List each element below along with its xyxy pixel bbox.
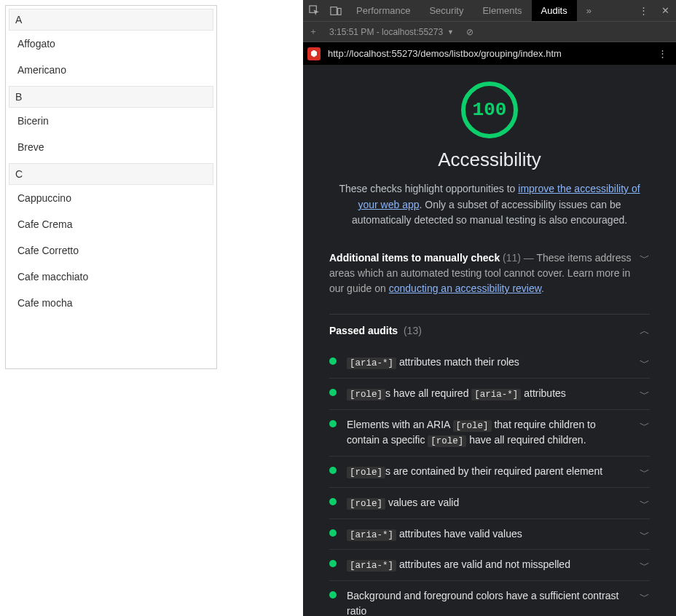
audit-row[interactable]: [aria-*] attributes have valid values﹀ [329, 519, 650, 550]
passed-audits-count-value: (13) [404, 325, 422, 336]
dropdown-icon: ▼ [447, 28, 454, 36]
audit-text: [role] values are valid [347, 495, 629, 511]
list-item[interactable]: Cafe Corretto [9, 237, 213, 264]
audit-report: 100 Accessibility These checks highlight… [303, 66, 676, 616]
audit-text: [aria-*] attributes match their roles [347, 355, 629, 371]
tab-audits[interactable]: Audits [532, 0, 577, 21]
list-item[interactable]: Americano [9, 57, 213, 83]
svg-rect-1 [331, 7, 337, 15]
devtools-tabbar: PerformanceSecurityElementsAudits » ⋮ ✕ [303, 0, 676, 22]
list-item[interactable]: Affogato [9, 31, 213, 57]
inspect-icon[interactable] [303, 0, 325, 21]
passed-audits-list: [aria-*] attributes match their roles﹀[r… [329, 347, 650, 616]
pass-dot-icon [329, 420, 337, 427]
audit-session-selector[interactable]: 3:15:51 PM - localhost:55273 ▼ [323, 27, 460, 37]
chevron-down-icon: ﹀ [640, 529, 650, 542]
audit-text: [role]s have all required [aria-*] attri… [347, 386, 629, 402]
chevron-down-icon: ﹀ [640, 591, 650, 604]
pass-dot-icon [329, 358, 337, 365]
list-item[interactable]: Breve [9, 134, 213, 160]
list-item[interactable]: Cafe Crema [9, 211, 213, 237]
tab-performance[interactable]: Performance [347, 0, 420, 21]
audit-url: http://localhost:55273/demos/listbox/gro… [328, 48, 646, 59]
device-icon[interactable] [325, 0, 347, 21]
dash: — [521, 252, 537, 264]
devtools-tabs: PerformanceSecurityElementsAudits [347, 0, 577, 21]
audit-row[interactable]: [aria-*] attributes are valid and not mi… [329, 550, 650, 581]
chevron-down-icon: ﹀ [640, 419, 650, 433]
report-desc-text: These checks highlight opportunities to [339, 183, 518, 194]
accessibility-review-link[interactable]: conducting an accessibility review [389, 283, 541, 294]
tabs-overflow-button[interactable]: » [577, 0, 601, 21]
tab-security[interactable]: Security [420, 0, 473, 21]
list-item[interactable]: Cafe macchiato [9, 264, 213, 290]
manual-checks-title: Additional items to manually check [329, 252, 500, 264]
devtools-panel: PerformanceSecurityElementsAudits » ⋮ ✕ … [303, 0, 676, 616]
audit-url-menu-icon[interactable]: ⋮ [653, 48, 672, 59]
chevron-down-icon: ﹀ [640, 559, 650, 572]
svg-rect-2 [338, 8, 341, 15]
passed-audits-title: Passed audits [329, 325, 398, 336]
group-header: C [9, 163, 213, 185]
period: . [541, 283, 544, 294]
devtools-close-icon[interactable]: ✕ [654, 0, 676, 21]
pass-dot-icon [329, 529, 337, 537]
clear-audit-button[interactable]: ⊘ [460, 27, 480, 37]
pass-dot-icon [329, 389, 337, 396]
report-title: Accessibility [329, 149, 650, 171]
chevron-down-icon: ﹀ [640, 357, 650, 370]
pass-dot-icon [329, 591, 337, 599]
passed-audits-section[interactable]: Passed audits (13) ︿ [329, 320, 650, 341]
list-item[interactable]: Cappuccino [9, 185, 213, 211]
new-audit-button[interactable]: ＋ [303, 25, 323, 38]
pass-dot-icon [329, 498, 337, 505]
pass-dot-icon [329, 467, 337, 474]
audit-row[interactable]: Background and foreground colors have a … [329, 581, 650, 616]
audit-row[interactable]: [role] values are valid﹀ [329, 488, 650, 519]
manual-checks-count: (11) [503, 252, 521, 264]
audits-toolbar: ＋ 3:15:51 PM - localhost:55273 ▼ ⊘ [303, 22, 676, 42]
tab-elements[interactable]: Elements [473, 0, 531, 21]
devtools-menu-icon[interactable]: ⋮ [632, 0, 654, 21]
lighthouse-icon [307, 47, 321, 60]
audit-row[interactable]: Elements with an ARIA [role] that requir… [329, 410, 650, 457]
audit-row[interactable]: [role]s have all required [aria-*] attri… [329, 379, 650, 410]
audit-text: Elements with an ARIA [role] that requir… [347, 417, 629, 449]
audit-session-label: 3:15:51 PM - localhost:55273 [329, 27, 443, 37]
audit-text: Background and foreground colors have a … [347, 588, 629, 616]
score-gauge: 100 Accessibility These checks highlight… [329, 82, 650, 229]
audit-text: [aria-*] attributes are valid and not mi… [347, 557, 629, 573]
list-item[interactable]: Cafe mocha [9, 290, 213, 316]
chevron-down-icon: ﹀ [640, 252, 650, 265]
chevron-down-icon: ﹀ [640, 466, 650, 479]
audit-url-bar: http://localhost:55273/demos/listbox/gro… [303, 42, 676, 66]
audit-row[interactable]: [role]s are contained by their required … [329, 457, 650, 488]
audit-row[interactable]: [aria-*] attributes match their roles﹀ [329, 347, 650, 379]
pass-dot-icon [329, 560, 337, 567]
group-header: A [9, 9, 213, 31]
chevron-down-icon: ﹀ [640, 388, 650, 401]
listbox-panel: AAffogatoAmericanoBBicerinBreveCCappucci… [0, 0, 222, 616]
report-description: These checks highlight opportunities to … [329, 181, 650, 229]
chevron-up-icon: ︿ [640, 325, 650, 338]
list-item[interactable]: Bicerin [9, 108, 213, 134]
coffee-listbox[interactable]: AAffogatoAmericanoBBicerinBreveCCappucci… [5, 5, 217, 369]
manual-checks-section[interactable]: Additional items to manually check (11) … [329, 248, 650, 299]
audit-text: [role]s are contained by their required … [347, 464, 629, 480]
score-value: 100 [473, 99, 507, 121]
group-header: B [9, 86, 213, 108]
audit-text: [aria-*] attributes have valid values [347, 526, 629, 542]
chevron-down-icon: ﹀ [640, 497, 650, 510]
